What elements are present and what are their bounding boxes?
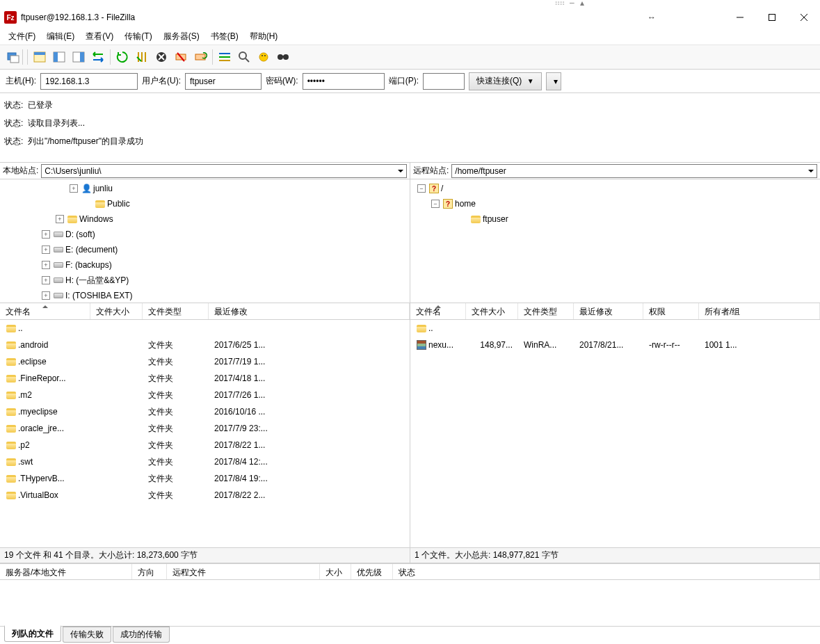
list-item[interactable]: .m2文件夹2017/7/26 1... bbox=[0, 387, 410, 403]
tree-item[interactable]: +I: (TOSHIBA EXT) bbox=[0, 288, 410, 303]
tree-expander[interactable]: + bbox=[42, 230, 50, 239]
cancel-button[interactable] bbox=[152, 48, 170, 66]
list-item[interactable]: .oracle_jre...文件夹2017/7/9 23:... bbox=[0, 420, 410, 437]
col-modified[interactable]: 最近修改 bbox=[574, 303, 643, 319]
local-path-combo[interactable]: C:\Users\junliu\ bbox=[41, 164, 407, 178]
col-status[interactable]: 状态 bbox=[393, 564, 820, 579]
remote-list-header[interactable]: 文件名 文件大小 文件类型 最近修改 权限 所有者/组 bbox=[410, 303, 820, 320]
col-size[interactable]: 文件大小 bbox=[90, 303, 143, 319]
tab-queued[interactable]: 列队的文件 bbox=[4, 625, 61, 642]
tree-expander[interactable]: + bbox=[42, 261, 50, 269]
message-log[interactable]: 状态: 已登录 状态: 读取目录列表... 状态: 列出"/home/ftpus… bbox=[0, 93, 820, 163]
quickconnect-dropdown-button[interactable]: ▾ bbox=[546, 72, 561, 90]
tree-item[interactable]: +H: (一品堂&&YP) bbox=[0, 273, 410, 288]
col-remote[interactable]: 远程文件 bbox=[167, 564, 320, 579]
list-item[interactable]: .. bbox=[0, 320, 410, 337]
list-item[interactable]: .eclipse文件夹2017/7/19 1... bbox=[0, 353, 410, 370]
col-direction[interactable]: 方向 bbox=[132, 564, 167, 579]
host-input[interactable] bbox=[40, 73, 138, 90]
refresh-button[interactable] bbox=[113, 48, 131, 66]
tree-expander[interactable]: + bbox=[42, 276, 50, 284]
filter-button[interactable] bbox=[216, 48, 234, 66]
toggle-log-button[interactable] bbox=[31, 48, 49, 66]
disconnect-button[interactable] bbox=[172, 48, 190, 66]
local-file-list[interactable]: ...android文件夹2017/6/25 1....eclipse文件夹20… bbox=[0, 320, 410, 547]
col-owner[interactable]: 所有者/组 bbox=[699, 303, 820, 319]
tree-item[interactable]: +E: (decument) bbox=[0, 242, 410, 257]
tree-item[interactable]: +Windows bbox=[0, 211, 410, 227]
queue-header[interactable]: 服务器/本地文件 方向 远程文件 大小 优先级 状态 bbox=[0, 563, 820, 580]
col-size[interactable]: 大小 bbox=[320, 564, 351, 579]
col-perm[interactable]: 权限 bbox=[643, 303, 699, 319]
col-name[interactable]: 文件名 bbox=[0, 303, 90, 319]
menu-server[interactable]: 服务器(S) bbox=[158, 29, 205, 45]
tree-expander[interactable]: + bbox=[56, 215, 64, 223]
list-item[interactable]: nexu...148,97...WinRA...2017/8/21...-rw-… bbox=[410, 337, 820, 353]
queue-list[interactable] bbox=[0, 580, 820, 626]
list-item[interactable]: .VirtualBox文件夹2017/8/22 2... bbox=[0, 487, 410, 504]
tree-item[interactable]: −?/ bbox=[410, 181, 820, 196]
tree-expander[interactable]: − bbox=[431, 200, 440, 208]
find-button[interactable] bbox=[274, 48, 292, 66]
list-item[interactable]: .p2文件夹2017/8/22 1... bbox=[0, 437, 410, 453]
list-item[interactable]: .swt文件夹2017/8/4 12:... bbox=[0, 453, 410, 470]
sitemanager-button[interactable] bbox=[4, 48, 22, 66]
col-priority[interactable]: 优先级 bbox=[351, 564, 393, 579]
list-item[interactable]: .THypervB...文件夹2017/8/4 19:... bbox=[0, 470, 410, 487]
toggle-remotetree-button[interactable] bbox=[70, 48, 88, 66]
tree-item[interactable]: +👤junliu bbox=[0, 181, 410, 196]
username-input[interactable] bbox=[185, 73, 262, 90]
tab-failed[interactable]: 传输失败 bbox=[63, 626, 111, 643]
tree-expander[interactable]: + bbox=[42, 245, 50, 254]
window-minimize-button[interactable] bbox=[724, 7, 756, 28]
col-size[interactable]: 文件大小 bbox=[466, 303, 518, 319]
list-item[interactable]: .. bbox=[410, 320, 820, 337]
menu-edit[interactable]: 编辑(E) bbox=[41, 29, 80, 45]
tree-item-label: ftpuser bbox=[483, 214, 508, 224]
col-server[interactable]: 服务器/本地文件 bbox=[0, 564, 132, 579]
menu-file[interactable]: 文件(F) bbox=[3, 29, 41, 45]
list-item[interactable]: .FineRepor...文件夹2017/4/18 1... bbox=[0, 370, 410, 387]
remote-tree[interactable]: −?/−?homeftpuser bbox=[410, 179, 820, 303]
list-item[interactable]: .android文件夹2017/6/25 1... bbox=[0, 337, 410, 353]
quickconnect-button[interactable]: 快速连接(Q) ▼ bbox=[469, 72, 542, 90]
tree-expander[interactable]: + bbox=[70, 184, 78, 193]
window-close-button[interactable] bbox=[788, 7, 820, 28]
port-input[interactable] bbox=[423, 73, 465, 90]
local-list-header[interactable]: 文件名 文件大小 文件类型 最近修改 bbox=[0, 303, 410, 320]
sync-browse-button[interactable] bbox=[255, 48, 273, 66]
tree-expander[interactable]: − bbox=[417, 184, 426, 193]
process-queue-button[interactable] bbox=[133, 48, 151, 66]
svg-point-23 bbox=[259, 53, 268, 61]
svg-rect-9 bbox=[54, 52, 58, 62]
menu-view[interactable]: 查看(V) bbox=[80, 29, 119, 45]
compare-button[interactable] bbox=[235, 48, 253, 66]
col-type[interactable]: 文件类型 bbox=[143, 303, 209, 319]
local-tree[interactable]: +👤junliuPublic+Windows+D: (soft)+E: (dec… bbox=[0, 179, 410, 303]
port-label: 端口(P): bbox=[389, 75, 419, 87]
remote-path-combo[interactable]: /home/ftpuser bbox=[451, 164, 817, 178]
window-maximize-button[interactable] bbox=[756, 7, 788, 28]
col-type[interactable]: 文件类型 bbox=[518, 303, 574, 319]
toggle-localtree-button[interactable] bbox=[50, 48, 68, 66]
reconnect-button[interactable] bbox=[191, 48, 209, 66]
menu-transfer[interactable]: 传输(T) bbox=[119, 29, 157, 45]
tree-item[interactable]: Public bbox=[0, 196, 410, 211]
folder-icon bbox=[6, 423, 17, 434]
tree-item[interactable]: +D: (soft) bbox=[0, 227, 410, 242]
col-name[interactable]: 文件名 bbox=[410, 303, 466, 319]
tab-success[interactable]: 成功的传输 bbox=[113, 626, 170, 643]
tree-item[interactable]: ftpuser bbox=[410, 211, 820, 227]
menu-bookmarks[interactable]: 书签(B) bbox=[205, 29, 244, 45]
list-item[interactable]: .myeclipse文件夹2016/10/16 ... bbox=[0, 403, 410, 420]
tree-item[interactable]: +F: (backups) bbox=[0, 257, 410, 273]
tree-expander[interactable]: + bbox=[42, 291, 50, 300]
tree-item[interactable]: −?home bbox=[410, 196, 820, 211]
log-line: 状态: 已登录 bbox=[4, 96, 816, 114]
folder-icon bbox=[6, 323, 17, 334]
col-modified[interactable]: 最近修改 bbox=[209, 303, 410, 319]
menu-help[interactable]: 帮助(H) bbox=[244, 29, 284, 45]
password-input[interactable] bbox=[303, 73, 385, 90]
remote-file-list[interactable]: ..nexu...148,97...WinRA...2017/8/21...-r… bbox=[410, 320, 820, 547]
toggle-queue-button[interactable] bbox=[89, 48, 107, 66]
